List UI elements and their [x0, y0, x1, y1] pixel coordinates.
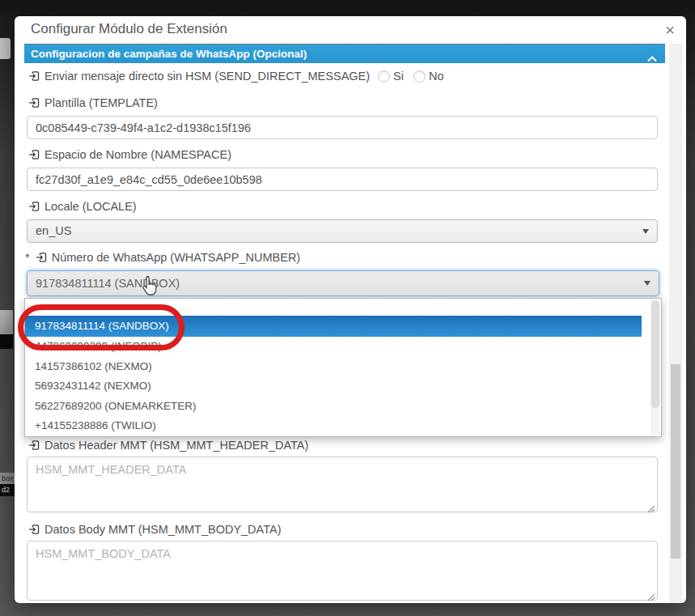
dropdown-scrollbar-thumb[interactable]: [651, 300, 659, 408]
dropdown-arrow-icon: [644, 281, 651, 286]
background-partial-chip: d2: [0, 484, 15, 496]
template-input[interactable]: [27, 116, 658, 139]
section-title: Configuracion de campañas de WhatsApp (O…: [31, 45, 307, 63]
field-label-template: Plantilla (TEMPLATE): [28, 96, 158, 109]
input-field-icon: [28, 149, 40, 160]
locale-select-value: en_US: [36, 224, 71, 237]
background-partial-button: [0, 310, 13, 335]
field-label-header-data: Datos Header MMT (HSM_MMT_HEADER_DATA): [28, 439, 308, 452]
radio-si-label: Si: [393, 70, 404, 83]
dropdown-option-nexmo-2[interactable]: 56932431142 (NEXMO): [25, 376, 642, 397]
chevron-up-icon: [647, 51, 657, 66]
namespace-label: Espacio de Nombre (NAMESPACE): [44, 148, 231, 161]
input-field-icon: [28, 440, 40, 451]
namespace-input[interactable]: [27, 168, 658, 191]
dropdown-option-sandbox[interactable]: 917834811114 (SANDBOX): [25, 316, 642, 337]
field-label-body-data: Datos Body MMT (HSM_MMT_BODY_DATA): [28, 523, 281, 536]
whatsapp-number-label: Número de WhatsApp (WHATSAPP_NUMBER): [52, 251, 301, 264]
input-field-icon: [28, 201, 40, 212]
header-data-label: Datos Header MMT (HSM_MMT_HEADER_DATA): [44, 439, 308, 452]
input-field-icon: [36, 252, 47, 263]
modal-scrollbar[interactable]: [669, 44, 682, 603]
dropdown-option-onemarketer[interactable]: 56227689200 (ONEMARKETER): [25, 397, 642, 417]
input-field-icon: [28, 70, 40, 82]
body-data-textarea[interactable]: [27, 541, 658, 601]
dropdown-option-twilio[interactable]: +14155238886 (TWILIO): [25, 416, 642, 436]
whatsapp-number-select[interactable]: 917834811114 (SANDBOX): [27, 270, 659, 296]
required-marker: *: [25, 251, 30, 264]
locale-select[interactable]: en_US: [27, 219, 658, 243]
header-data-textarea[interactable]: [27, 457, 658, 512]
send-direct-label: Enviar mensaje directo sin HSM (SEND_DIR…: [44, 70, 370, 83]
background-partial-button: [0, 38, 11, 59]
radio-no-label: No: [429, 70, 444, 83]
section-header-whatsapp-campaigns[interactable]: Configuracion de campañas de WhatsApp (O…: [24, 44, 665, 63]
template-label: Plantilla (TEMPLATE): [44, 96, 158, 109]
background-partial-text: box: [0, 473, 15, 484]
field-label-locale: Locale (LOCALE): [28, 200, 137, 213]
dropdown-option-infobip[interactable]: 447860099299 (INFOBIP): [25, 337, 642, 357]
extension-config-modal: Configurar Módulo de Extensión × Configu…: [15, 16, 686, 603]
dropdown-scrollbar[interactable]: [651, 300, 660, 435]
whatsapp-number-select-value: 917834811114 (SANDBOX): [36, 277, 180, 290]
body-data-label: Datos Body MMT (HSM_MMT_BODY_DATA): [44, 523, 281, 536]
modal-title: Configurar Módulo de Extensión: [31, 21, 227, 37]
modal-scrollbar-thumb[interactable]: [671, 364, 680, 559]
whatsapp-number-dropdown: -- 917834811114 (SANDBOX) 447860099299 (…: [24, 298, 662, 437]
radio-no[interactable]: [413, 70, 426, 83]
field-label-namespace: Espacio de Nombre (NAMESPACE): [28, 148, 231, 161]
input-field-icon: [28, 97, 40, 108]
dropdown-option-empty[interactable]: --: [25, 299, 642, 316]
input-field-icon: [28, 524, 40, 535]
locale-label: Locale (LOCALE): [44, 200, 137, 213]
close-icon[interactable]: ×: [665, 19, 675, 40]
field-label-send-direct: Enviar mensaje directo sin HSM (SEND_DIR…: [28, 70, 451, 83]
background-partial-strip: [0, 334, 13, 349]
dropdown-option-nexmo-1[interactable]: 14157386102 (NEXMO): [25, 357, 642, 377]
send-direct-radio-group: Si No: [378, 70, 450, 83]
field-label-whatsapp-number: * Número de WhatsApp (WHATSAPP_NUMBER): [25, 251, 300, 264]
dropdown-arrow-icon: [642, 229, 649, 234]
radio-si[interactable]: [378, 70, 390, 83]
